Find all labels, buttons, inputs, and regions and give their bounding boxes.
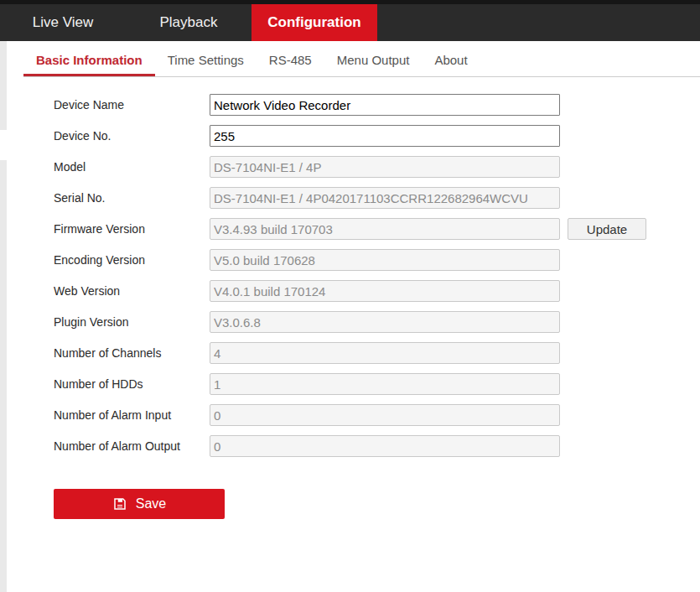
field-label: Number of Alarm Output [54,439,210,453]
subtab-time-settings[interactable]: Time Settings [155,41,257,76]
save-button-label: Save [136,496,166,512]
sub-navigation: Basic Information Time Settings RS-485 M… [23,41,700,77]
model-field [210,156,560,178]
field-label: Number of Alarm Input [54,408,210,422]
field-label: Firmware Version [54,222,210,236]
top-navigation: Live View Playback Configuration [0,0,700,41]
num-channels-field [210,342,560,364]
device-no-input[interactable] [210,125,560,147]
form-row: Web Version [54,280,700,302]
field-label: Serial No. [54,191,210,205]
form-row: Model [54,156,700,178]
subtab-basic-information[interactable]: Basic Information [23,41,155,76]
form-row: Device Name [54,94,700,116]
web-version-field [210,280,560,302]
form-row: Plugin Version [54,311,700,333]
tab-playback[interactable]: Playback [126,4,251,41]
field-label: Model [54,160,210,174]
field-label: Number of HDDs [54,377,210,391]
update-button[interactable]: Update [568,218,646,240]
left-edge-strip-gap [0,130,7,160]
subtab-rs-485[interactable]: RS-485 [257,41,324,76]
basic-information-form: Device Name Device No. Model Serial No. … [54,94,700,519]
form-row: Serial No. [54,187,700,209]
field-label: Device No. [54,129,210,143]
encoding-version-field [210,249,560,271]
subtab-menu-output[interactable]: Menu Output [324,41,423,76]
serial-no-field [210,187,560,209]
field-label: Number of Channels [54,346,210,360]
field-label: Web Version [54,284,210,298]
form-row: Number of Alarm Input [54,404,700,426]
save-icon [112,496,127,512]
tab-configuration[interactable]: Configuration [251,4,377,41]
save-button[interactable]: Save [54,489,225,519]
form-row: Device No. [54,125,700,147]
device-name-input[interactable] [210,94,560,116]
num-hdds-field [210,373,560,395]
num-alarm-output-field [210,435,560,457]
num-alarm-input-field [210,404,560,426]
left-edge-strip [0,41,7,592]
field-label: Device Name [54,98,210,112]
form-row: Number of Channels [54,342,700,364]
field-label: Plugin Version [54,315,210,329]
subtab-about[interactable]: About [422,41,480,76]
firmware-version-field [210,218,560,240]
tab-live-view[interactable]: Live View [0,4,126,41]
form-row: Encoding Version [54,249,700,271]
form-row: Number of Alarm Output [54,435,700,457]
form-row: Firmware Version Update [54,218,700,240]
form-row: Number of HDDs [54,373,700,395]
plugin-version-field [210,311,560,333]
field-label: Encoding Version [54,253,210,267]
